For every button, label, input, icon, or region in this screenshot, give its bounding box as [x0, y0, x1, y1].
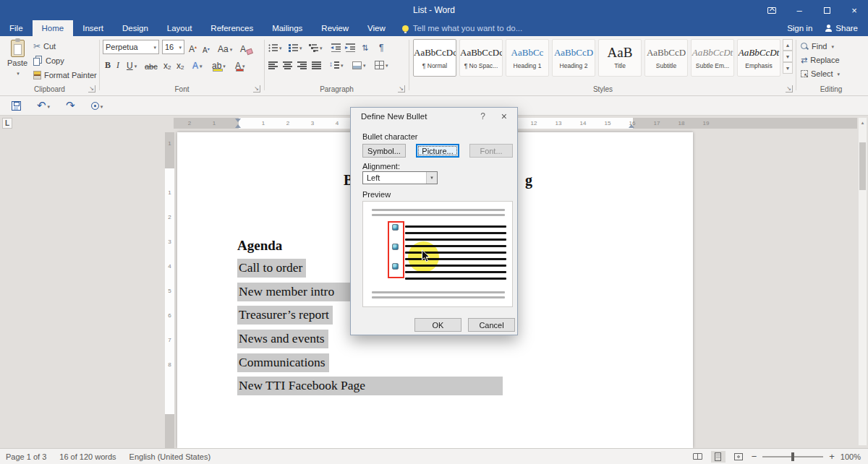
scroll-up-button[interactable] — [859, 118, 867, 128]
clipboard-dialog-launcher[interactable] — [88, 85, 95, 93]
numbering-button[interactable] — [289, 41, 302, 54]
line-spacing-button[interactable] — [330, 59, 344, 72]
word-count[interactable]: 16 of 120 words — [59, 452, 116, 461]
restore-button[interactable] — [813, 0, 841, 20]
list-item[interactable]: Treasurer’s report — [237, 306, 333, 325]
redo-button[interactable] — [66, 99, 75, 112]
tab-stop-selector[interactable] — [2, 118, 12, 129]
decrease-indent-button[interactable] — [331, 41, 341, 54]
sort-button[interactable] — [362, 41, 371, 54]
dialog-close-button[interactable]: × — [501, 111, 507, 122]
font-size-combo[interactable]: 16 — [162, 40, 184, 54]
grow-font-button[interactable]: A — [189, 41, 197, 54]
show-hide-paragraph-button[interactable]: ¶ — [379, 41, 383, 54]
list-item[interactable]: New member intro — [237, 283, 367, 301]
document-heading-agenda[interactable]: Agenda — [237, 237, 282, 254]
language-indicator[interactable]: English (United States) — [129, 452, 211, 461]
dialog-help-button[interactable]: ? — [480, 111, 485, 121]
zoom-level[interactable]: 100% — [841, 452, 861, 461]
paragraph-dialog-launcher[interactable] — [398, 85, 405, 93]
tab-file[interactable]: File — [0, 20, 33, 36]
style-card-title[interactable]: AaBTitle — [598, 39, 642, 77]
align-right-button[interactable] — [297, 59, 307, 72]
shading-button[interactable] — [352, 59, 366, 72]
tab-references[interactable]: References — [201, 20, 263, 36]
cancel-button[interactable]: Cancel — [468, 318, 515, 332]
text-highlight-button[interactable]: ab — [212, 58, 226, 71]
gallery-more-button[interactable]: ▼ — [783, 62, 793, 74]
ribbon-display-options-button[interactable] — [758, 0, 786, 20]
cut-button[interactable]: Cut — [33, 40, 97, 52]
tell-me-box[interactable]: Tell me what you want to do... — [402, 20, 523, 36]
text-effects-button[interactable]: A — [192, 58, 203, 71]
strikethrough-button[interactable]: abc — [145, 58, 158, 71]
find-button[interactable]: Find — [801, 40, 834, 52]
gallery-scroll-up-button[interactable]: ▲ — [783, 39, 793, 51]
style-card-heading-1[interactable]: AaBbCcHeading 1 — [506, 39, 549, 77]
styles-dialog-launcher[interactable] — [786, 85, 793, 93]
vertical-ruler[interactable]: 1 12345678 — [165, 132, 174, 448]
right-indent-marker[interactable] — [629, 121, 634, 128]
close-button[interactable]: × — [841, 0, 868, 20]
customize-qat-button[interactable] — [91, 100, 103, 112]
multilevel-list-button[interactable] — [309, 41, 323, 54]
list-item[interactable]: New TTI Facebook Page — [237, 377, 503, 395]
copy-button[interactable]: Copy — [33, 55, 97, 66]
tab-design[interactable]: Design — [113, 20, 158, 36]
vertical-scrollbar[interactable] — [858, 117, 867, 446]
align-center-button[interactable] — [283, 59, 292, 72]
shrink-font-button[interactable]: A — [203, 41, 210, 54]
ok-button[interactable]: OK — [414, 318, 461, 332]
scrollbar-thumb[interactable] — [859, 142, 866, 190]
style-card-heading-2[interactable]: AaBbCcDHeading 2 — [552, 39, 595, 77]
heading-fragment-right[interactable]: g — [525, 171, 532, 189]
tab-review[interactable]: Review — [312, 20, 358, 36]
sign-in-link[interactable]: Sign in — [787, 24, 812, 33]
subscript-button[interactable]: x2 — [163, 58, 171, 71]
web-layout-button[interactable] — [731, 451, 746, 463]
borders-button[interactable] — [375, 59, 388, 72]
font-dialog-launcher[interactable] — [253, 85, 260, 93]
tab-view[interactable]: View — [358, 20, 395, 36]
hanging-indent-marker[interactable] — [235, 121, 241, 128]
paste-button[interactable]: Paste — [4, 40, 30, 82]
change-case-button[interactable]: Aa — [218, 41, 232, 54]
replace-button[interactable]: Replace — [801, 54, 840, 66]
style-card-emphasis[interactable]: AaBbCcDtEmphasis — [737, 39, 780, 77]
style-card-normal[interactable]: AaBbCcDc¶ Normal — [413, 39, 456, 77]
align-left-button[interactable] — [268, 59, 278, 72]
print-layout-button[interactable] — [711, 451, 726, 463]
justify-button[interactable] — [312, 59, 321, 72]
dialog-title-bar[interactable]: Define New Bullet ? × — [351, 108, 517, 125]
save-button[interactable] — [12, 101, 21, 111]
tab-mailings[interactable]: Mailings — [263, 20, 312, 36]
tab-insert[interactable]: Insert — [73, 20, 113, 36]
style-card-no-spacing[interactable]: AaBbCcDc¶ No Spac... — [459, 39, 503, 77]
clear-formatting-button[interactable]: A — [240, 41, 252, 54]
list-item[interactable]: News and events — [237, 330, 328, 348]
list-item[interactable]: Call to order — [237, 259, 306, 278]
picture-button[interactable]: Picture... — [416, 144, 459, 158]
list-item[interactable]: Communications — [237, 353, 329, 372]
font-button[interactable]: Font... — [469, 144, 513, 158]
minimize-button[interactable]: – — [786, 0, 813, 20]
page-indicator[interactable]: Page 1 of 3 — [6, 452, 46, 461]
format-painter-button[interactable]: Format Painter — [33, 69, 97, 81]
gallery-scroll-down-button[interactable]: ▼ — [783, 51, 793, 62]
italic-button[interactable]: I — [116, 58, 119, 71]
bullets-button[interactable] — [268, 41, 282, 54]
zoom-in-button[interactable] — [829, 451, 835, 462]
increase-indent-button[interactable] — [346, 41, 355, 54]
symbol-button[interactable]: Symbol... — [362, 144, 406, 158]
style-card-subtle-emphasis[interactable]: AaBbCcDtSubtle Em... — [691, 39, 734, 77]
font-color-button[interactable]: A — [235, 58, 245, 71]
underline-button[interactable]: U — [127, 58, 137, 71]
share-button[interactable]: Share — [825, 24, 858, 33]
alignment-dropdown[interactable]: Left — [362, 171, 438, 184]
undo-button[interactable] — [37, 99, 50, 112]
zoom-out-button[interactable] — [752, 451, 757, 462]
select-button[interactable]: Select — [801, 68, 840, 80]
superscript-button[interactable]: x2 — [176, 58, 184, 71]
bold-button[interactable]: B — [105, 58, 111, 71]
zoom-slider-thumb[interactable] — [791, 452, 794, 461]
